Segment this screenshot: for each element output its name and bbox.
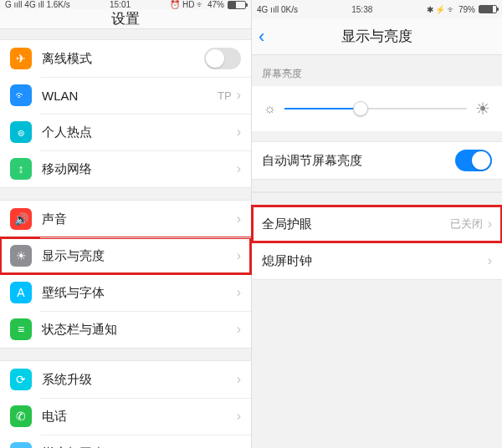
settings-row-display[interactable]: ☀显示与亮度› — [0, 237, 251, 274]
chevron-right-icon: › — [237, 211, 241, 227]
row-label: 移动网络 — [42, 161, 237, 177]
row-label: 电话 — [42, 409, 237, 425]
chevron-right-icon: › — [237, 125, 241, 140]
titlebar: 设置 — [0, 9, 251, 29]
settings-row-cellular[interactable]: ↕移动网络› — [0, 150, 251, 187]
display-row[interactable]: 全局护眼已关闭› — [252, 206, 502, 242]
row-label: 系统升级 — [42, 372, 237, 388]
settings-row-update[interactable]: ⟳系统升级› — [0, 361, 251, 398]
page-title: 显示与亮度 — [341, 27, 412, 46]
settings-row-sound[interactable]: 🔊声音› — [0, 201, 251, 237]
sound-icon: 🔊 — [10, 208, 32, 230]
brightness-high-icon: ☀ — [475, 99, 490, 119]
row-label: 个人热点 — [42, 125, 237, 140]
status-bar: G ııll 4G ıll 1.6K/s 15:01 ⏰ HD ᯤ 47% — [0, 0, 251, 9]
row-meta: 已关闭 — [450, 216, 483, 232]
row-label: 离线模式 — [42, 51, 204, 67]
chevron-right-icon: › — [237, 88, 241, 103]
chevron-right-icon: › — [237, 372, 241, 387]
status-bar: 4G ııll 0K/s 15:38 ✱ ⚡ ᯤ 79% — [252, 0, 502, 18]
brightness-slider[interactable] — [284, 108, 467, 109]
row-label: 壁纸与字体 — [42, 285, 237, 301]
brightness-low-icon: ☼ — [264, 101, 276, 116]
row-label: 全局护眼 — [262, 216, 450, 232]
status-left: 4G ııll 0K/s — [257, 5, 298, 14]
row-label: 自动调节屏幕亮度 — [262, 153, 455, 169]
row-label: 状态栏与通知 — [42, 322, 237, 338]
battery-icon — [228, 1, 246, 9]
settings-row-phone[interactable]: ✆电话› — [0, 398, 251, 435]
chevron-right-icon: › — [237, 409, 241, 424]
row-label: 帐户与同步 — [42, 445, 237, 449]
chevron-right-icon: › — [237, 322, 241, 337]
status-right: ⏰ HD ᯤ 47% — [170, 0, 246, 9]
row-label: 声音 — [42, 211, 237, 227]
settings-row-notifications[interactable]: ≡状态栏与通知› — [0, 311, 251, 348]
page-title: 设置 — [111, 9, 140, 28]
slider-thumb[interactable] — [353, 101, 368, 116]
settings-list: ✈离线模式ᯤWLANTP›๏个人热点›↕移动网络›🔊声音›☀显示与亮度›A壁纸与… — [0, 29, 251, 448]
battery-icon — [479, 5, 497, 13]
chevron-right-icon: › — [488, 216, 492, 232]
update-icon: ⟳ — [10, 369, 32, 390]
airplane-icon: ✈ — [10, 48, 32, 69]
settings-row-airplane[interactable]: ✈离线模式 — [0, 40, 251, 77]
display-row[interactable]: 自动调节屏幕亮度 — [252, 142, 502, 179]
display-row[interactable]: 熄屏时钟› — [252, 242, 502, 279]
row-label: WLAN — [42, 89, 218, 103]
display-brightness-screen: 4G ııll 0K/s 15:38 ✱ ⚡ ᯤ 79% ‹ 显示与亮度 屏幕亮… — [251, 0, 502, 448]
settings-row-wallpaper[interactable]: A壁纸与字体› — [0, 274, 251, 311]
settings-row-hotspot[interactable]: ๏个人热点› — [0, 114, 251, 150]
row-label: 熄屏时钟 — [262, 253, 488, 269]
back-button[interactable]: ‹ — [259, 18, 264, 55]
chevron-right-icon: › — [237, 285, 241, 300]
display-options-list: 自动调节屏幕亮度全局护眼已关闭›熄屏时钟› — [252, 131, 502, 280]
row-label: 显示与亮度 — [42, 248, 237, 264]
cellular-icon: ↕ — [10, 158, 32, 180]
chevron-right-icon: › — [237, 161, 241, 176]
settings-screen: G ııll 4G ıll 1.6K/s 15:01 ⏰ HD ᯤ 47% 设置… — [0, 0, 251, 448]
settings-row-wifi[interactable]: ᯤWLANTP› — [0, 77, 251, 114]
status-time: 15:38 — [351, 5, 372, 14]
wifi-icon: ᯤ — [10, 84, 32, 106]
titlebar: ‹ 显示与亮度 — [252, 18, 502, 55]
wallpaper-icon: A — [10, 282, 32, 303]
chevron-right-icon: › — [237, 248, 241, 263]
phone-icon: ✆ — [10, 405, 32, 427]
hotspot-icon: ๏ — [10, 121, 32, 143]
toggle[interactable] — [455, 150, 492, 171]
row-meta: TP — [218, 89, 232, 102]
account-icon: ☁ — [10, 442, 32, 448]
status-time: 15:01 — [110, 0, 131, 9]
status-left: G ııll 4G ıll 1.6K/s — [5, 0, 70, 9]
settings-row-account[interactable]: ☁帐户与同步› — [0, 435, 251, 448]
notifications-icon: ≡ — [10, 318, 32, 340]
display-icon: ☀ — [10, 245, 32, 267]
chevron-right-icon: › — [488, 253, 492, 268]
brightness-slider-row: ☼ ☀ — [252, 86, 502, 131]
status-right: ✱ ⚡ ᯤ 79% — [427, 5, 497, 14]
section-label-brightness: 屏幕亮度 — [252, 55, 502, 86]
toggle[interactable] — [204, 48, 241, 69]
